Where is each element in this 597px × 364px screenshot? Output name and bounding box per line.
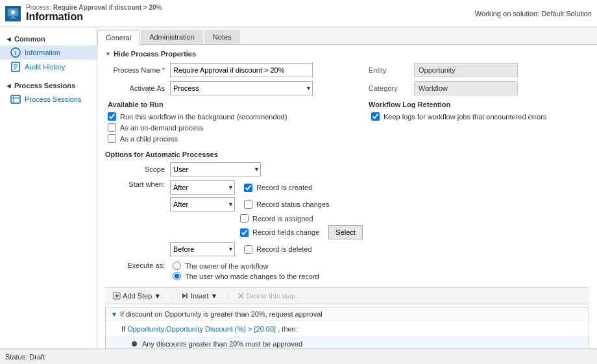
after-2-select[interactable]: After xyxy=(170,197,235,212)
sidebar-item-audit-history[interactable]: Audit History xyxy=(0,60,97,74)
activate-as-row: Activate As Process ▼ xyxy=(105,81,361,95)
page-title: Information xyxy=(26,11,162,23)
add-step-label: Add Step xyxy=(123,292,152,300)
options-section: Options for Automatic Processes Scope Us… xyxy=(105,151,589,282)
sidebar-process-sessions-header[interactable]: ◄ Process Sessions xyxy=(0,79,97,92)
execute-as-options: The owner of the workflow The user who m… xyxy=(170,261,319,282)
workflow-step-label: If discount on Opportunity is greater th… xyxy=(120,310,323,318)
process-subtitle: Process: Require Approval if discount > … xyxy=(26,4,162,11)
entity-label: Entity xyxy=(369,66,414,74)
after-1-wrapper: After ▼ xyxy=(170,180,235,195)
step-expand-icon[interactable]: ▼ xyxy=(111,311,117,318)
workflow-section: ▼ If discount on Opportunity is greater … xyxy=(105,307,589,348)
delete-step-button[interactable]: Delete this step. xyxy=(235,291,300,301)
content-area: General Administration Notes ▼ Hide Proc… xyxy=(97,27,597,348)
activate-as-label: Activate As xyxy=(105,84,170,92)
start-when-rows: After ▼ Record is created After xyxy=(170,180,363,259)
add-step-icon xyxy=(113,292,121,300)
record-created-checkbox[interactable] xyxy=(244,184,252,192)
record-fields-checkbox[interactable] xyxy=(240,228,249,237)
insert-label: Insert xyxy=(191,292,209,300)
record-deleted-checkbox[interactable] xyxy=(244,245,252,254)
run-background-checkbox[interactable] xyxy=(108,112,116,121)
tab-administration[interactable]: Administration xyxy=(141,30,203,44)
tab-notes[interactable]: Notes xyxy=(204,30,240,44)
child-process-label: As a child process xyxy=(120,135,178,143)
scope-select[interactable]: User xyxy=(170,162,261,176)
top-header: Process: Require Approval if discount > … xyxy=(0,0,597,27)
owner-radio-row: The owner of the workflow xyxy=(170,261,319,270)
start-when-label: Start when: xyxy=(105,180,170,188)
record-deleted-label: Record is deleted xyxy=(256,245,312,253)
category-row: Category Workflow xyxy=(369,81,589,95)
condition-suffix: , then: xyxy=(278,325,298,333)
after-2-wrapper: After ▼ xyxy=(170,197,235,212)
available-to-run-header: Available to Run xyxy=(105,101,361,108)
on-demand-label: As an on-demand process xyxy=(120,124,203,132)
run-background-row: Run this workflow in the background (rec… xyxy=(105,112,361,121)
process-icon xyxy=(5,6,21,21)
sidebar-item-process-sessions[interactable]: Process Sessions xyxy=(0,92,97,106)
process-name-input[interactable] xyxy=(170,63,313,77)
on-demand-row: As an on-demand process xyxy=(105,123,361,132)
entity-row: Entity Opportunity xyxy=(369,63,589,77)
svg-rect-2 xyxy=(12,16,14,18)
record-status-label: Record status changes xyxy=(256,200,330,208)
sidebar-common-header[interactable]: ◄ Common xyxy=(0,32,97,45)
process-name-row: Process Name * xyxy=(105,63,361,77)
user-changes-label: The user who made changes to the record xyxy=(185,273,319,280)
after-1-select[interactable]: After xyxy=(170,180,235,195)
user-changes-radio[interactable] xyxy=(173,272,181,280)
workflow-toolbar: Add Step ▼ | Insert ▼ | xyxy=(105,287,589,304)
section-toggle-icon[interactable]: ▼ xyxy=(105,51,111,57)
activate-as-wrapper: Process ▼ xyxy=(170,81,313,95)
keep-logs-checkbox[interactable] xyxy=(371,112,380,121)
before-select[interactable]: Before xyxy=(170,242,235,256)
sessions-icon xyxy=(10,94,21,104)
sidebar-item-information[interactable]: i Information xyxy=(0,45,97,60)
audit-icon xyxy=(10,62,21,72)
condition-link[interactable]: Opportunity:Opportunity Discount (%) > [… xyxy=(127,325,276,333)
insert-icon xyxy=(181,292,189,300)
owner-label: The owner of the workflow xyxy=(185,262,268,270)
section-title: Hide Process Properties xyxy=(114,50,196,58)
main-layout: ◄ Common i Information Audit History ◄ P… xyxy=(0,27,597,348)
on-demand-checkbox[interactable] xyxy=(108,123,116,132)
record-created-label: Record is created xyxy=(256,184,312,191)
info-icon: i xyxy=(10,47,21,58)
start-when-row-1: After ▼ Record is created xyxy=(170,180,363,195)
before-wrapper: Before ▼ xyxy=(170,242,235,256)
scope-label: Scope xyxy=(105,165,170,173)
start-when-row-3: Record is assigned xyxy=(240,214,363,223)
insert-button[interactable]: Insert ▼ xyxy=(178,291,220,301)
insert-arrow-icon: ▼ xyxy=(211,292,218,300)
record-fields-label: Record fields change xyxy=(252,228,319,236)
left-column: Process Name * Activate As Process xyxy=(105,63,361,145)
toolbar-sep-2: | xyxy=(226,292,228,300)
child-process-checkbox[interactable] xyxy=(108,134,116,143)
action-bullet xyxy=(132,341,137,346)
workflow-action-label: Any discounts greater than 20% must be a… xyxy=(142,340,302,348)
tab-general[interactable]: General xyxy=(97,30,140,45)
delete-step-label: Delete this step. xyxy=(246,292,297,300)
status-label: Status: Draft xyxy=(5,353,45,361)
select-button[interactable]: Select xyxy=(328,225,363,239)
owner-radio[interactable] xyxy=(173,261,181,270)
add-step-button[interactable]: Add Step ▼ xyxy=(110,291,164,301)
log-retention-header: Workflow Log Retention xyxy=(369,101,589,108)
svg-rect-10 xyxy=(11,95,20,103)
category-label: Category xyxy=(369,84,414,92)
status-bar: Status: Draft xyxy=(0,348,597,364)
record-assigned-checkbox[interactable] xyxy=(240,214,249,223)
svg-text:i: i xyxy=(15,50,17,56)
sidebar: ◄ Common i Information Audit History ◄ P… xyxy=(0,27,97,348)
start-when-row-5: Before ▼ Record is deleted xyxy=(170,242,363,256)
record-status-checkbox[interactable] xyxy=(244,200,252,209)
toolbar-sep-1: | xyxy=(170,292,172,300)
child-process-row: As a child process xyxy=(105,134,361,143)
start-when-row-2: After ▼ Record status changes xyxy=(170,197,363,212)
activate-as-select[interactable]: Process xyxy=(170,81,313,95)
process-name-label: Process Name * xyxy=(105,66,170,74)
delete-icon xyxy=(238,293,244,299)
sidebar-information-label: Information xyxy=(25,49,60,56)
